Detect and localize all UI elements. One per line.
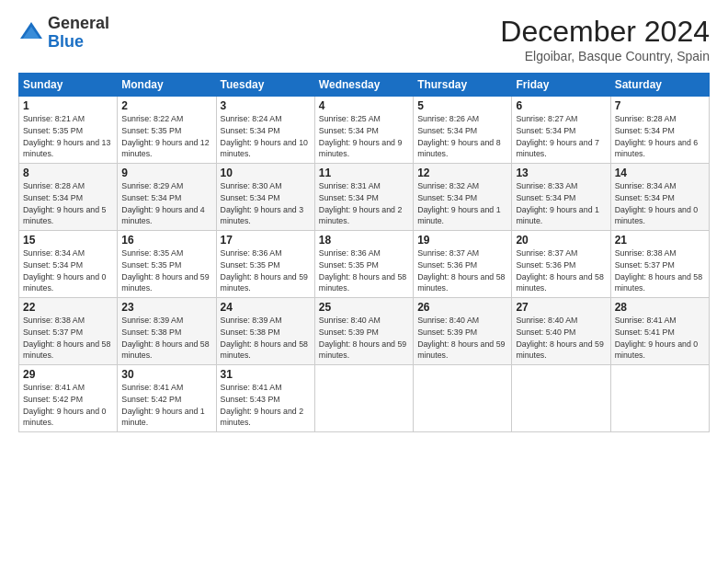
calendar-cell: 14 Sunrise: 8:34 AM Sunset: 5:34 PM Dayl… — [610, 164, 709, 231]
day-info: Sunrise: 8:28 AM Sunset: 5:34 PM Dayligh… — [615, 113, 705, 160]
logo: General Blue — [18, 15, 109, 52]
day-number: 11 — [319, 167, 409, 179]
day-info: Sunrise: 8:40 AM Sunset: 5:39 PM Dayligh… — [417, 315, 507, 362]
day-info: Sunrise: 8:41 AM Sunset: 5:41 PM Dayligh… — [615, 315, 705, 362]
calendar-header-saturday: Saturday — [610, 74, 709, 97]
header: General Blue December 2024 Elgoibar, Bas… — [18, 15, 710, 63]
calendar-cell — [610, 365, 709, 432]
calendar-cell — [512, 365, 610, 432]
day-number: 20 — [516, 234, 606, 247]
day-number: 17 — [221, 234, 311, 247]
day-number: 2 — [121, 99, 211, 112]
calendar-week-5: 29 Sunrise: 8:41 AM Sunset: 5:42 PM Dayl… — [19, 365, 710, 432]
month-title: December 2024 — [500, 15, 710, 49]
day-number: 14 — [615, 167, 705, 179]
calendar-header-wednesday: Wednesday — [314, 74, 413, 97]
calendar-cell: 20 Sunrise: 8:37 AM Sunset: 5:36 PM Dayl… — [512, 231, 610, 298]
day-number: 24 — [221, 301, 311, 314]
calendar-cell: 2 Sunrise: 8:22 AM Sunset: 5:35 PM Dayli… — [118, 97, 216, 164]
day-info: Sunrise: 8:34 AM Sunset: 5:34 PM Dayligh… — [615, 180, 705, 227]
day-info: Sunrise: 8:22 AM Sunset: 5:35 PM Dayligh… — [121, 113, 211, 160]
day-number: 28 — [615, 301, 705, 314]
logo-blue: Blue — [48, 32, 84, 51]
calendar-cell — [414, 365, 512, 432]
day-info: Sunrise: 8:24 AM Sunset: 5:34 PM Dayligh… — [221, 113, 311, 160]
calendar-header-friday: Friday — [512, 74, 610, 97]
day-info: Sunrise: 8:40 AM Sunset: 5:40 PM Dayligh… — [516, 315, 606, 362]
calendar-cell: 22 Sunrise: 8:38 AM Sunset: 5:37 PM Dayl… — [19, 298, 118, 365]
day-info: Sunrise: 8:26 AM Sunset: 5:34 PM Dayligh… — [417, 113, 507, 160]
day-info: Sunrise: 8:41 AM Sunset: 5:42 PM Dayligh… — [121, 382, 211, 429]
day-info: Sunrise: 8:39 AM Sunset: 5:38 PM Dayligh… — [221, 315, 311, 362]
calendar-week-2: 8 Sunrise: 8:28 AM Sunset: 5:34 PM Dayli… — [19, 164, 710, 231]
day-number: 4 — [319, 99, 409, 112]
calendar-cell: 27 Sunrise: 8:40 AM Sunset: 5:40 PM Dayl… — [512, 298, 610, 365]
day-info: Sunrise: 8:32 AM Sunset: 5:34 PM Dayligh… — [417, 180, 507, 227]
calendar-cell: 8 Sunrise: 8:28 AM Sunset: 5:34 PM Dayli… — [19, 164, 118, 231]
day-info: Sunrise: 8:33 AM Sunset: 5:34 PM Dayligh… — [516, 180, 606, 227]
calendar-cell: 25 Sunrise: 8:40 AM Sunset: 5:39 PM Dayl… — [314, 298, 413, 365]
day-number: 13 — [516, 167, 606, 179]
day-number: 19 — [417, 234, 507, 247]
day-info: Sunrise: 8:36 AM Sunset: 5:35 PM Dayligh… — [221, 247, 311, 294]
day-number: 18 — [319, 234, 409, 247]
day-info: Sunrise: 8:40 AM Sunset: 5:39 PM Dayligh… — [319, 315, 409, 362]
day-number: 30 — [121, 368, 211, 381]
calendar-week-4: 22 Sunrise: 8:38 AM Sunset: 5:37 PM Dayl… — [19, 298, 710, 365]
calendar-cell: 3 Sunrise: 8:24 AM Sunset: 5:34 PM Dayli… — [216, 97, 314, 164]
day-info: Sunrise: 8:30 AM Sunset: 5:34 PM Dayligh… — [221, 180, 311, 227]
day-info: Sunrise: 8:35 AM Sunset: 5:35 PM Dayligh… — [121, 247, 211, 294]
calendar-cell: 31 Sunrise: 8:41 AM Sunset: 5:43 PM Dayl… — [216, 365, 314, 432]
calendar-cell: 5 Sunrise: 8:26 AM Sunset: 5:34 PM Dayli… — [414, 97, 512, 164]
calendar-header-monday: Monday — [118, 74, 216, 97]
calendar-cell: 26 Sunrise: 8:40 AM Sunset: 5:39 PM Dayl… — [414, 298, 512, 365]
day-info: Sunrise: 8:39 AM Sunset: 5:38 PM Dayligh… — [121, 315, 211, 362]
calendar-cell: 1 Sunrise: 8:21 AM Sunset: 5:35 PM Dayli… — [19, 97, 118, 164]
calendar-cell: 10 Sunrise: 8:30 AM Sunset: 5:34 PM Dayl… — [216, 164, 314, 231]
calendar-cell: 29 Sunrise: 8:41 AM Sunset: 5:42 PM Dayl… — [19, 365, 118, 432]
calendar-table: SundayMondayTuesdayWednesdayThursdayFrid… — [18, 73, 710, 432]
day-info: Sunrise: 8:28 AM Sunset: 5:34 PM Dayligh… — [23, 180, 113, 227]
day-number: 3 — [221, 99, 311, 112]
calendar-cell: 28 Sunrise: 8:41 AM Sunset: 5:41 PM Dayl… — [610, 298, 709, 365]
day-info: Sunrise: 8:38 AM Sunset: 5:37 PM Dayligh… — [23, 315, 113, 362]
day-number: 12 — [417, 167, 507, 179]
day-info: Sunrise: 8:25 AM Sunset: 5:34 PM Dayligh… — [319, 113, 409, 160]
calendar-cell: 19 Sunrise: 8:37 AM Sunset: 5:36 PM Dayl… — [414, 231, 512, 298]
logo-icon — [18, 20, 44, 46]
day-info: Sunrise: 8:41 AM Sunset: 5:43 PM Dayligh… — [221, 382, 311, 429]
day-number: 27 — [516, 301, 606, 314]
calendar-header-row: SundayMondayTuesdayWednesdayThursdayFrid… — [19, 74, 710, 97]
day-number: 7 — [615, 99, 705, 112]
calendar-week-3: 15 Sunrise: 8:34 AM Sunset: 5:34 PM Dayl… — [19, 231, 710, 298]
day-number: 15 — [23, 234, 113, 247]
calendar-cell: 9 Sunrise: 8:29 AM Sunset: 5:34 PM Dayli… — [118, 164, 216, 231]
logo-text: General Blue — [48, 15, 109, 52]
day-number: 22 — [23, 301, 113, 314]
day-info: Sunrise: 8:41 AM Sunset: 5:42 PM Dayligh… — [23, 382, 113, 429]
location: Elgoibar, Basque Country, Spain — [500, 49, 710, 63]
day-info: Sunrise: 8:21 AM Sunset: 5:35 PM Dayligh… — [23, 113, 113, 160]
calendar-cell: 7 Sunrise: 8:28 AM Sunset: 5:34 PM Dayli… — [610, 97, 709, 164]
day-info: Sunrise: 8:29 AM Sunset: 5:34 PM Dayligh… — [121, 180, 211, 227]
calendar-cell: 12 Sunrise: 8:32 AM Sunset: 5:34 PM Dayl… — [414, 164, 512, 231]
calendar-cell: 16 Sunrise: 8:35 AM Sunset: 5:35 PM Dayl… — [118, 231, 216, 298]
calendar-cell — [314, 365, 413, 432]
day-number: 31 — [221, 368, 311, 381]
day-info: Sunrise: 8:37 AM Sunset: 5:36 PM Dayligh… — [516, 247, 606, 294]
day-number: 21 — [615, 234, 705, 247]
calendar-header-tuesday: Tuesday — [216, 74, 314, 97]
day-number: 25 — [319, 301, 409, 314]
day-info: Sunrise: 8:36 AM Sunset: 5:35 PM Dayligh… — [319, 247, 409, 294]
day-info: Sunrise: 8:31 AM Sunset: 5:34 PM Dayligh… — [319, 180, 409, 227]
day-number: 10 — [221, 167, 311, 179]
calendar-cell: 23 Sunrise: 8:39 AM Sunset: 5:38 PM Dayl… — [118, 298, 216, 365]
day-info: Sunrise: 8:38 AM Sunset: 5:37 PM Dayligh… — [615, 247, 705, 294]
calendar-cell: 30 Sunrise: 8:41 AM Sunset: 5:42 PM Dayl… — [118, 365, 216, 432]
calendar-cell: 18 Sunrise: 8:36 AM Sunset: 5:35 PM Dayl… — [314, 231, 413, 298]
day-number: 29 — [23, 368, 113, 381]
day-number: 5 — [417, 99, 507, 112]
title-block: December 2024 Elgoibar, Basque Country, … — [500, 15, 710, 63]
logo-general: General — [48, 14, 109, 32]
calendar-header-sunday: Sunday — [19, 74, 118, 97]
